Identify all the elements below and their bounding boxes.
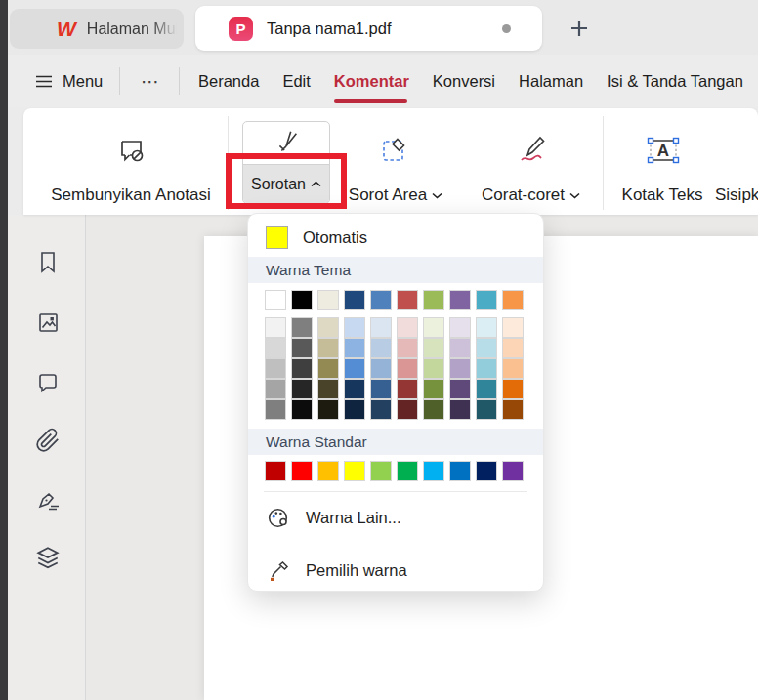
- color-picker-item[interactable]: Pemilih warna: [248, 549, 543, 592]
- color-swatch[interactable]: [502, 358, 524, 379]
- more-colors-label: Warna Lain...: [306, 509, 401, 527]
- comments-panel-button[interactable]: [35, 369, 61, 394]
- menu-tab-komentar[interactable]: Komentar: [334, 72, 409, 91]
- color-swatch[interactable]: [397, 338, 418, 358]
- layers-panel-button[interactable]: [35, 545, 61, 570]
- tab-home-page[interactable]: W Halaman Mulai: [10, 9, 184, 49]
- color-swatch[interactable]: [476, 338, 497, 358]
- color-swatch[interactable]: [423, 379, 444, 399]
- bookmarks-panel-button[interactable]: [35, 249, 61, 274]
- color-swatch[interactable]: [449, 399, 471, 420]
- color-swatch[interactable]: [317, 461, 339, 481]
- insert-text-button[interactable]: Sisipkan: [715, 117, 758, 207]
- color-swatch[interactable]: [423, 290, 444, 310]
- color-swatch[interactable]: [476, 317, 497, 338]
- color-swatch[interactable]: [344, 379, 365, 399]
- color-swatch[interactable]: [344, 399, 365, 420]
- color-swatch[interactable]: [449, 317, 471, 338]
- color-swatch[interactable]: [344, 461, 365, 481]
- color-swatch[interactable]: [397, 358, 418, 379]
- color-swatch[interactable]: [370, 338, 392, 358]
- color-swatch[interactable]: [449, 338, 471, 358]
- color-swatch[interactable]: [317, 399, 339, 420]
- images-panel-button[interactable]: [35, 309, 61, 335]
- color-swatch[interactable]: [265, 399, 286, 420]
- tab-document-label: Tanpa nama1.pdf: [267, 20, 392, 38]
- color-swatch[interactable]: [502, 290, 524, 310]
- color-swatch[interactable]: [344, 317, 365, 338]
- color-swatch[interactable]: [370, 290, 392, 310]
- color-swatch[interactable]: [265, 358, 286, 379]
- color-swatch[interactable]: [397, 399, 418, 420]
- color-swatch[interactable]: [265, 461, 286, 481]
- highlight-dropdown-toggle[interactable]: Sorotan: [243, 164, 329, 203]
- color-swatch[interactable]: [502, 317, 524, 338]
- color-swatch[interactable]: [291, 338, 313, 358]
- attachments-panel-button[interactable]: [35, 428, 61, 453]
- color-swatch[interactable]: [476, 399, 497, 420]
- color-swatch[interactable]: [476, 461, 497, 481]
- color-swatch[interactable]: [397, 379, 418, 399]
- scribble-button[interactable]: Corat-coret: [475, 117, 587, 207]
- color-swatch[interactable]: [476, 379, 497, 399]
- color-swatch[interactable]: [423, 461, 444, 481]
- menu-tab-edit[interactable]: Edit: [282, 72, 310, 91]
- color-swatch[interactable]: [370, 317, 392, 338]
- color-swatch[interactable]: [317, 290, 339, 310]
- highlight-area-button[interactable]: Sorot Area: [342, 117, 449, 207]
- color-swatch[interactable]: [265, 379, 286, 399]
- more-colors-item[interactable]: Warna Lain...: [248, 496, 543, 539]
- color-swatch[interactable]: [476, 290, 497, 310]
- more-options-button[interactable]: ⋯: [134, 70, 167, 93]
- color-swatch[interactable]: [423, 317, 444, 338]
- color-swatch[interactable]: [344, 338, 365, 358]
- color-swatch[interactable]: [291, 358, 313, 379]
- menu-tab-konversi[interactable]: Konversi: [433, 72, 495, 91]
- color-swatch[interactable]: [291, 290, 313, 310]
- automatic-color-item[interactable]: Otomatis: [248, 224, 543, 251]
- color-swatch[interactable]: [397, 290, 418, 310]
- color-swatch[interactable]: [291, 461, 313, 481]
- color-swatch[interactable]: [476, 358, 497, 379]
- color-swatch[interactable]: [397, 317, 418, 338]
- color-swatch[interactable]: [344, 358, 365, 379]
- color-swatch[interactable]: [502, 379, 524, 399]
- color-swatch[interactable]: [449, 461, 471, 481]
- text-box-button[interactable]: A Kotak Teks: [617, 117, 707, 207]
- color-swatch[interactable]: [317, 338, 339, 358]
- color-swatch[interactable]: [423, 399, 444, 420]
- color-swatch[interactable]: [265, 317, 286, 338]
- color-swatch[interactable]: [502, 399, 524, 420]
- color-swatch[interactable]: [317, 317, 339, 338]
- color-swatch[interactable]: [265, 338, 286, 358]
- hide-annotations-button[interactable]: Sembunyikan Anotasi: [37, 117, 225, 207]
- menu-tab-halaman[interactable]: Halaman: [519, 72, 583, 91]
- signature-panel-button[interactable]: [35, 488, 61, 514]
- color-swatch[interactable]: [449, 290, 471, 310]
- new-tab-button[interactable]: [568, 17, 591, 40]
- color-swatch[interactable]: [291, 379, 313, 399]
- color-swatch[interactable]: [370, 358, 392, 379]
- color-swatch[interactable]: [370, 399, 392, 420]
- color-swatch[interactable]: [317, 379, 339, 399]
- color-swatch[interactable]: [265, 290, 286, 310]
- color-swatch[interactable]: [502, 338, 524, 358]
- unsaved-indicator-dot[interactable]: [502, 24, 511, 33]
- color-swatch[interactable]: [449, 379, 471, 399]
- color-swatch[interactable]: [423, 338, 444, 358]
- color-swatch[interactable]: [397, 461, 418, 481]
- color-swatch[interactable]: [317, 358, 339, 379]
- color-swatch[interactable]: [291, 399, 313, 420]
- color-swatch[interactable]: [449, 358, 471, 379]
- color-swatch[interactable]: [370, 379, 392, 399]
- color-swatch[interactable]: [370, 461, 392, 481]
- color-swatch[interactable]: [291, 317, 313, 338]
- color-swatch[interactable]: [344, 290, 365, 310]
- tab-document[interactable]: P Tanpa nama1.pdf: [195, 6, 542, 51]
- color-swatch[interactable]: [423, 358, 444, 379]
- main-menu-button[interactable]: Menu: [35, 72, 103, 91]
- highlight-split-button[interactable]: Sorotan: [242, 121, 330, 204]
- menu-tab-isi-tanda-tangan[interactable]: Isi & Tanda Tangan: [607, 72, 743, 91]
- menu-tab-beranda[interactable]: Beranda: [198, 72, 259, 91]
- color-swatch[interactable]: [502, 461, 524, 481]
